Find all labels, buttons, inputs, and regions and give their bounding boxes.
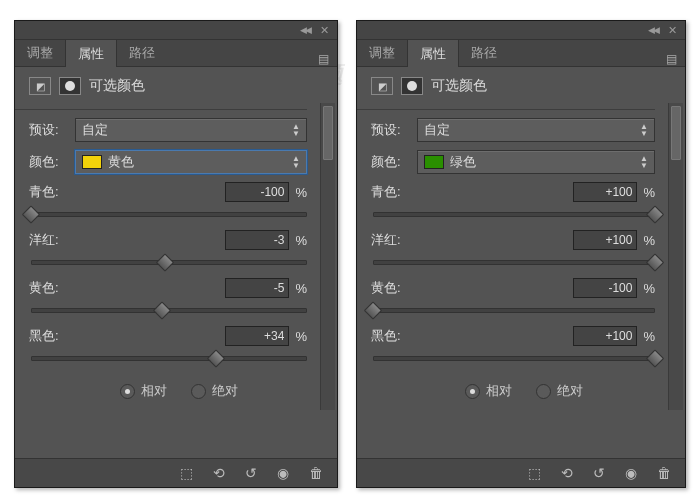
chevron-updown-icon: ▲▼ (640, 123, 648, 137)
percent-sign: % (295, 281, 307, 296)
scrollbar[interactable] (320, 103, 335, 410)
mask-icon[interactable] (401, 77, 423, 95)
panel-body: 预设: 自定▲▼ 颜色: 黄色▲▼ 青色: % 洋红: % 黄色: % 黑色: … (15, 103, 337, 410)
slider-label: 洋红: (371, 231, 427, 249)
chevron-updown-icon: ▲▼ (640, 155, 648, 169)
percent-sign: % (295, 185, 307, 200)
percent-sign: % (643, 281, 655, 296)
slider-track[interactable] (31, 350, 307, 364)
tab-bar: 调整属性路径▤ (357, 40, 685, 67)
tab-0[interactable]: 调整 (357, 39, 407, 66)
adjustment-icon[interactable]: ◩ (371, 77, 393, 95)
tab-bar: 调整属性路径▤ (15, 40, 337, 67)
radio-absolute[interactable]: 绝对 (191, 382, 238, 400)
percent-sign: % (643, 185, 655, 200)
preset-row: 预设: 自定▲▼ (29, 118, 329, 142)
tab-2[interactable]: 路径 (459, 39, 509, 66)
mode-radio-group: 相对 绝对 (29, 374, 329, 410)
slider-label: 青色: (371, 183, 427, 201)
slider-value-input[interactable] (225, 326, 289, 346)
slider-value-input[interactable] (573, 182, 637, 202)
chevron-updown-icon: ▲▼ (292, 155, 300, 169)
tab-0[interactable]: 调整 (15, 39, 65, 66)
scrollbar-thumb[interactable] (323, 106, 333, 160)
mode-radio-group: 相对 绝对 (371, 374, 677, 410)
preset-select[interactable]: 自定▲▼ (75, 118, 307, 142)
panel-topbar: ◀◀ ✕ (15, 21, 337, 40)
radio-dot-icon (465, 384, 480, 399)
slider-track[interactable] (373, 302, 655, 316)
title-row: ◩ 可选颜色 (15, 67, 337, 103)
color-label: 颜色: (371, 153, 417, 171)
slider-track[interactable] (373, 350, 655, 364)
close-icon[interactable]: ✕ (668, 24, 677, 37)
slider-2: 黄色: % (29, 278, 329, 316)
slider-value-input[interactable] (225, 278, 289, 298)
slider-label: 青色: (29, 183, 85, 201)
panel-footer: ⬚ ⟲ ↺ ◉ 🗑 (15, 458, 337, 487)
slider-value-input[interactable] (573, 230, 637, 250)
slider-3: 黑色: % (29, 326, 329, 364)
properties-panel: ◀◀ ✕ 调整属性路径▤ ◩ 可选颜色 预设: 自定▲▼ 颜色: 绿色▲▼ 青色… (356, 20, 686, 488)
tab-1[interactable]: 属性 (65, 39, 117, 67)
color-row: 颜色: 黄色▲▼ (29, 150, 329, 174)
reset-icon[interactable]: ↺ (245, 465, 257, 481)
slider-1: 洋红: % (371, 230, 677, 268)
preset-row: 预设: 自定▲▼ (371, 118, 677, 142)
trash-icon[interactable]: 🗑 (657, 465, 671, 481)
slider-value-input[interactable] (573, 278, 637, 298)
slider-0: 青色: % (371, 182, 677, 220)
slider-label: 黄色: (371, 279, 427, 297)
visibility-icon[interactable]: ◉ (277, 465, 289, 481)
slider-track[interactable] (373, 206, 655, 220)
percent-sign: % (643, 329, 655, 344)
menu-icon[interactable]: ▤ (318, 52, 329, 66)
slider-track[interactable] (373, 254, 655, 268)
close-icon[interactable]: ✕ (320, 24, 329, 37)
slider-label: 洋红: (29, 231, 85, 249)
clip-icon[interactable]: ⬚ (180, 465, 193, 481)
slider-track[interactable] (31, 206, 307, 220)
color-row: 颜色: 绿色▲▼ (371, 150, 677, 174)
mask-icon[interactable] (59, 77, 81, 95)
clip-icon[interactable]: ⬚ (528, 465, 541, 481)
color-swatch (424, 155, 444, 169)
color-select[interactable]: 绿色▲▼ (417, 150, 655, 174)
scrollbar-thumb[interactable] (671, 106, 681, 160)
title-row: ◩ 可选颜色 (357, 67, 685, 103)
radio-absolute[interactable]: 绝对 (536, 382, 583, 400)
view-prev-icon[interactable]: ⟲ (561, 465, 573, 481)
scrollbar[interactable] (668, 103, 683, 410)
radio-dot-icon (191, 384, 206, 399)
panel-topbar: ◀◀ ✕ (357, 21, 685, 40)
chevron-updown-icon: ▲▼ (292, 123, 300, 137)
tab-1[interactable]: 属性 (407, 39, 459, 67)
slider-label: 黑色: (29, 327, 85, 345)
collapse-icon[interactable]: ◀◀ (300, 25, 310, 35)
tab-2[interactable]: 路径 (117, 39, 167, 66)
radio-relative[interactable]: 相对 (465, 382, 512, 400)
slider-value-input[interactable] (225, 230, 289, 250)
preset-label: 预设: (371, 121, 417, 139)
adjustment-icon[interactable]: ◩ (29, 77, 51, 95)
preset-select[interactable]: 自定▲▼ (417, 118, 655, 142)
slider-value-input[interactable] (573, 326, 637, 346)
preset-label: 预设: (29, 121, 75, 139)
trash-icon[interactable]: 🗑 (309, 465, 323, 481)
view-prev-icon[interactable]: ⟲ (213, 465, 225, 481)
color-label: 颜色: (29, 153, 75, 171)
slider-value-input[interactable] (225, 182, 289, 202)
slider-3: 黑色: % (371, 326, 677, 364)
menu-icon[interactable]: ▤ (666, 52, 677, 66)
visibility-icon[interactable]: ◉ (625, 465, 637, 481)
collapse-icon[interactable]: ◀◀ (648, 25, 658, 35)
slider-track[interactable] (31, 302, 307, 316)
color-select[interactable]: 黄色▲▼ (75, 150, 307, 174)
slider-1: 洋红: % (29, 230, 329, 268)
reset-icon[interactable]: ↺ (593, 465, 605, 481)
radio-relative[interactable]: 相对 (120, 382, 167, 400)
slider-0: 青色: % (29, 182, 329, 220)
slider-track[interactable] (31, 254, 307, 268)
radio-dot-icon (120, 384, 135, 399)
percent-sign: % (295, 233, 307, 248)
